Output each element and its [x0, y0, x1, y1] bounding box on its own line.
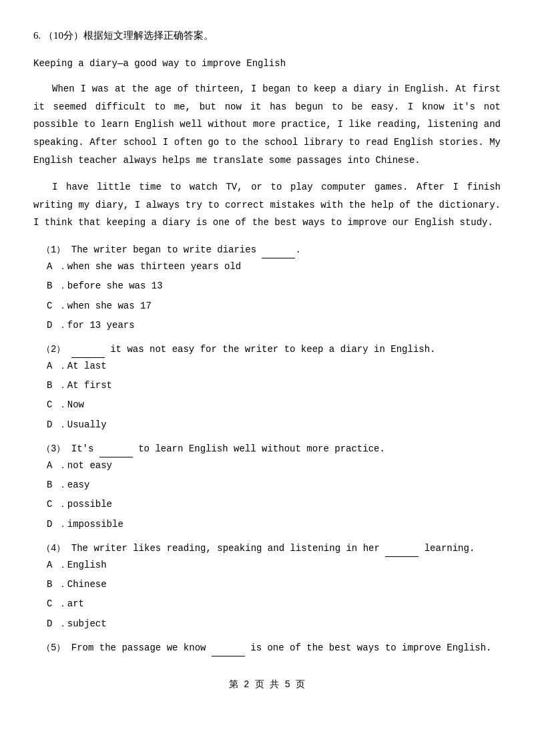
page-footer: 第 2 页 共 5 页: [33, 677, 501, 693]
question-number: 6.: [33, 30, 41, 41]
option-b: B ．before she was 13: [33, 278, 501, 295]
question-block-1: （1） The writer began to write diaries .A…: [33, 241, 501, 334]
option-a: A ．not easy: [33, 457, 501, 474]
option-d: D ．for 13 years: [33, 317, 501, 334]
passage-paragraph-1: When I was at the age of thirteen, I beg…: [33, 80, 501, 169]
question-header: 6. （10分）根据短文理解选择正确答案。: [33, 27, 501, 45]
question-stem: （2） it was not easy for the writer to ke…: [33, 344, 436, 355]
option-b: B ．easy: [33, 477, 501, 494]
option-a: A ．English: [33, 557, 501, 574]
question-stem: （4） The writer likes reading, speaking a…: [33, 543, 475, 554]
option-c: C ．when she was 17: [33, 298, 501, 315]
question-stem: （1） The writer began to write diaries .: [33, 244, 301, 255]
option-a: A ．when she was thirteen years old: [33, 258, 501, 275]
question-stem: （5） From the passage we know is one of t…: [33, 642, 492, 653]
question-block-5: （5） From the passage we know is one of t…: [33, 639, 501, 656]
passage-title: Keeping a diary—a good way to improve En…: [33, 55, 501, 72]
option-d: D ．subject: [33, 616, 501, 632]
question-block-3: （3） It's to learn English well without m…: [33, 440, 501, 533]
option-b: B ．At first: [33, 377, 501, 394]
option-d: D ．Usually: [33, 417, 501, 433]
option-c: C ．art: [33, 596, 501, 612]
option-c: C ．Now: [33, 397, 501, 413]
passage-paragraph-2: I have little time to watch TV, or to pl…: [33, 178, 501, 232]
option-d: D ．impossible: [33, 516, 501, 533]
question-stem: （3） It's to learn English well without m…: [33, 443, 385, 454]
question-block-4: （4） The writer likes reading, speaking a…: [33, 540, 501, 632]
question-block-2: （2） it was not easy for the writer to ke…: [33, 341, 501, 433]
option-b: B ．Chinese: [33, 576, 501, 593]
instruction: （10分）根据短文理解选择正确答案。: [43, 30, 214, 41]
option-a: A ．At last: [33, 358, 501, 375]
option-c: C ．possible: [33, 496, 501, 513]
